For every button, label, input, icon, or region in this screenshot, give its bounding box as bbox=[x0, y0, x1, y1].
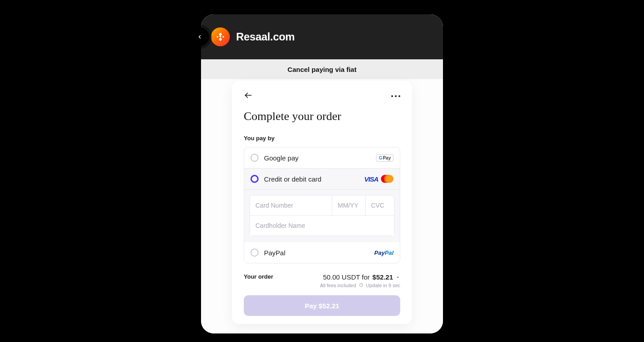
pay-by-label: You pay by bbox=[244, 135, 400, 142]
method-paypal[interactable]: PayPal PayPal bbox=[244, 242, 400, 263]
method-credit-card[interactable]: Credit or debit card VISA bbox=[244, 168, 400, 189]
window-back-button[interactable] bbox=[190, 27, 209, 46]
clock-icon bbox=[359, 283, 363, 288]
your-order-label: Your order bbox=[244, 273, 273, 280]
order-amount-toggle[interactable]: 50.00 USDT for $52.21 bbox=[320, 273, 400, 281]
gpay-badge-icon: GPay bbox=[376, 154, 394, 162]
brand-name: Resaal.com bbox=[236, 31, 295, 43]
card-area: Complete your order You pay by Google pa… bbox=[201, 79, 443, 333]
radio-selected-icon bbox=[250, 175, 259, 183]
checkout-card: Complete your order You pay by Google pa… bbox=[232, 81, 412, 324]
method-label: Google pay bbox=[264, 154, 371, 162]
pay-button[interactable]: Pay $52.21 bbox=[244, 295, 400, 316]
page-title: Complete your order bbox=[244, 110, 400, 123]
cancel-paying-label: Cancel paying via fiat bbox=[287, 66, 356, 73]
cvc-input[interactable] bbox=[366, 195, 394, 215]
payment-methods: Google pay GPay Credit or debit card VIS… bbox=[244, 147, 400, 263]
chevron-left-icon bbox=[197, 34, 202, 40]
cardholder-name-input[interactable] bbox=[250, 216, 394, 235]
card-number-input[interactable] bbox=[250, 195, 332, 215]
svg-point-1 bbox=[223, 36, 224, 38]
method-google-pay[interactable]: Google pay GPay bbox=[244, 147, 400, 168]
more-icon[interactable] bbox=[391, 95, 400, 97]
pay-button-label: Pay $52.21 bbox=[305, 302, 340, 310]
visa-icon: VISA bbox=[364, 175, 378, 183]
card-brand-logos: VISA bbox=[364, 175, 394, 183]
order-amount-text: 50.00 USDT for bbox=[323, 273, 370, 281]
expiry-input[interactable] bbox=[332, 195, 365, 215]
app-header: Resaal.com bbox=[201, 14, 443, 59]
update-countdown-text: Update in 9 sec bbox=[366, 283, 400, 288]
paypal-icon: PayPal bbox=[374, 249, 394, 256]
radio-icon bbox=[250, 154, 259, 162]
method-label: Credit or debit card bbox=[264, 175, 359, 183]
order-price: $52.21 bbox=[372, 273, 393, 281]
svg-point-0 bbox=[217, 36, 219, 38]
credit-card-form bbox=[244, 189, 400, 242]
fees-included-text: All fees included bbox=[320, 283, 356, 288]
chevron-down-icon bbox=[396, 273, 400, 281]
back-icon[interactable] bbox=[244, 91, 253, 102]
radio-icon bbox=[250, 249, 259, 257]
brand-logo-icon bbox=[211, 27, 230, 46]
cancel-paying-bar[interactable]: Cancel paying via fiat bbox=[201, 59, 443, 79]
method-label: PayPal bbox=[264, 249, 369, 257]
mastercard-icon bbox=[381, 175, 394, 183]
app-window: Resaal.com Cancel paying via fiat Comple… bbox=[201, 14, 443, 333]
